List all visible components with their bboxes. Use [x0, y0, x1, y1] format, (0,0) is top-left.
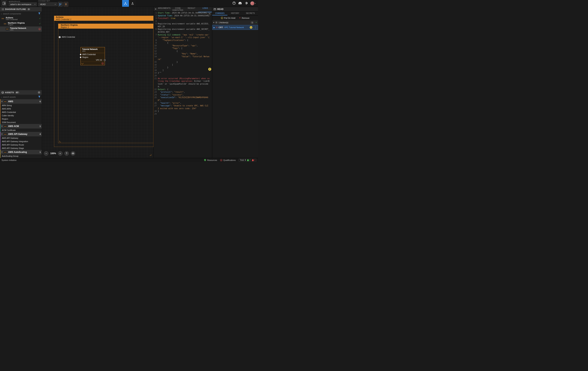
qualifications-status[interactable]: Qualifications	[220, 159, 236, 161]
log-line: 28}	[154, 110, 212, 113]
put-on-hold-button[interactable]: Put On Hold	[221, 17, 235, 19]
log-line: 18 ]	[154, 69, 212, 72]
aws-icon: aws	[6, 28, 9, 30]
outline-header: DIAGRAM OUTLINE 3	[0, 7, 42, 11]
status-summary-pill[interactable]: Total: 3 ⬤ 2 ⬤ 1	[239, 159, 256, 162]
action-badge: 1	[250, 26, 252, 29]
asset-category-header[interactable]: ▸awsAWS CloudFront3	[0, 158, 42, 158]
logs-tab[interactable]: ARGUMENTS	[158, 6, 171, 12]
asset-item[interactable]: AWS ARN	[0, 107, 42, 111]
asset-item[interactable]: AWS API Gateway Stage	[0, 146, 42, 150]
log-line: 3Finished?: true	[154, 17, 212, 20]
filter-icon[interactable]	[38, 12, 41, 15]
status-ok-icon: ✓	[39, 22, 41, 25]
log-line: 27 "message": "Unable to create VPC, AWS…	[154, 104, 212, 110]
help-icon[interactable]	[232, 1, 236, 5]
outline-item[interactable]: aws ActionsAWS Credential ✓	[0, 16, 42, 21]
log-line: 15 }	[154, 61, 212, 63]
copy-logs-button[interactable]: ⧉	[208, 12, 211, 15]
region-frame-header[interactable]: Northern Virginia Region: 1	[58, 24, 154, 29]
asset-item[interactable]: SSM Document	[0, 121, 42, 124]
workspace-select[interactable]: adam's dev workspace	[9, 2, 37, 6]
actions-group-header[interactable]: ▸ 1 Action(s) 1 +	[212, 20, 258, 25]
right-panel-tab[interactable]: HISTORY	[227, 11, 242, 15]
chevron-down-icon: ▸	[1, 126, 3, 127]
canvas-resize-icon[interactable]	[150, 154, 151, 156]
status-error-icon	[39, 28, 41, 30]
user-menu[interactable]: ▾	[250, 1, 256, 5]
logs-panel: ✕ ARGUMENTSCODE EXECUTEDRESULTLOGS ⧉ 2 1…	[154, 7, 212, 158]
log-line: 11 "Tags": [	[154, 47, 212, 50]
diagram-mode-button[interactable]	[122, 0, 129, 7]
close-logs-button[interactable]: ✕	[154, 8, 158, 10]
fit-view-button[interactable]	[71, 151, 75, 156]
action-menu-icon[interactable]: ⋮	[254, 26, 257, 29]
resources-status[interactable]: Resources	[204, 159, 217, 162]
assets-help-icon[interactable]: ?	[38, 91, 40, 94]
right-panel-header: HEAD	[212, 7, 258, 11]
error-status-icon	[102, 62, 104, 64]
asset-category-header[interactable]: ▸awsAWS ACM1	[0, 124, 42, 128]
right-panel-tab[interactable]: CHANGES	[212, 11, 227, 15]
outline-item[interactable]: aws Northern VirginiaRegion ✓	[0, 21, 42, 26]
changeset-select[interactable]: HEAD	[38, 2, 57, 6]
asset-item[interactable]: AWS Credential	[0, 111, 42, 114]
svg-point-3	[59, 3, 60, 4]
log-marker-2[interactable]: 2	[208, 68, 211, 71]
log-line: 17 }	[154, 66, 212, 69]
asset-category-header[interactable]: ▸awsAWS AutoScaling1	[0, 150, 42, 154]
outline-count-badge: 3	[27, 8, 30, 10]
app-logo[interactable]	[1, 0, 7, 6]
log-line: 13 "Key": "Name",	[154, 52, 212, 55]
filter-icon[interactable]	[38, 96, 41, 98]
outline-search-input[interactable]	[2, 12, 38, 15]
log-line: 20	[154, 74, 212, 77]
chevron-down-icon: ▸	[213, 22, 215, 23]
asset-item[interactable]: AWS API Gateway Integration	[0, 140, 42, 143]
aws-icon: aws	[4, 133, 7, 135]
asset-item[interactable]: ACM Certificate	[0, 128, 42, 132]
svg-point-4	[59, 5, 60, 5]
vpc-node[interactable]: Tutorial Network VPC AWS Credential Regi…	[81, 47, 105, 65]
logs-tab[interactable]: CODE EXECUTED	[171, 6, 185, 12]
remove-button[interactable]: ✕ Remove	[239, 17, 249, 19]
asset-category-header[interactable]: ▸awsAWS API Gateway4	[0, 132, 42, 136]
action-item[interactable]: ▶ ⟳ CRT: VPC Tutorial Network 1 ⋮	[212, 25, 258, 30]
asset-category-header[interactable]: ▸awsAWS6	[0, 99, 42, 104]
actions-frame-header[interactable]: Actions AWS Credential: 1	[54, 16, 154, 21]
log-line: 6Registering environment variable AWS_SE…	[154, 28, 212, 33]
add-action-button[interactable]: +	[255, 21, 257, 24]
aws-icon: aws	[1, 17, 4, 20]
lab-mode-button[interactable]	[129, 0, 136, 7]
diagram-canvas[interactable]: Actions AWS Credential: 1 Northern Virgi…	[42, 7, 154, 158]
settings-icon[interactable]	[244, 1, 248, 5]
logs-tab[interactable]: RESULT	[185, 6, 199, 12]
assets-count-badge: 87	[15, 92, 20, 93]
aws-credential-port[interactable]: +AWS Credential	[59, 36, 75, 38]
asset-item[interactable]: ARN String	[0, 104, 42, 107]
outline-item[interactable]: aws Tutorial NetworkVPC	[0, 26, 42, 32]
svg-rect-2	[4, 4, 6, 5]
assets-search-input[interactable]	[2, 95, 38, 99]
discord-icon[interactable]	[238, 2, 242, 5]
log-line: 21An error occurred (MissingParameter) w…	[154, 77, 212, 88]
svg-rect-0	[3, 2, 4, 5]
canvas-help-button[interactable]: ?	[64, 151, 69, 156]
logs-tab[interactable]: LOGS	[198, 6, 212, 12]
right-panel-tab[interactable]: SECRETS	[243, 11, 258, 15]
brand-label: System Initiative	[1, 159, 17, 161]
branch-button[interactable]	[58, 2, 63, 7]
log-line: 4	[154, 20, 212, 22]
asset-item[interactable]: AutoScaling Group	[0, 154, 42, 158]
asset-item[interactable]: AWS API Gateway Route	[0, 143, 42, 146]
zoom-out-button[interactable]: −	[44, 151, 48, 156]
resize-handle-icon[interactable]	[81, 62, 84, 64]
zoom-in-button[interactable]: +	[58, 151, 63, 156]
asset-item[interactable]: Caller Identity	[0, 114, 42, 117]
delete-button[interactable]	[63, 2, 68, 7]
asset-item[interactable]: Region	[0, 117, 42, 121]
asset-item[interactable]: AWS API Gateway	[0, 136, 42, 140]
svg-point-6	[125, 2, 126, 3]
svg-point-5	[61, 4, 61, 4]
log-line: 24 "status": "success",	[154, 93, 212, 96]
